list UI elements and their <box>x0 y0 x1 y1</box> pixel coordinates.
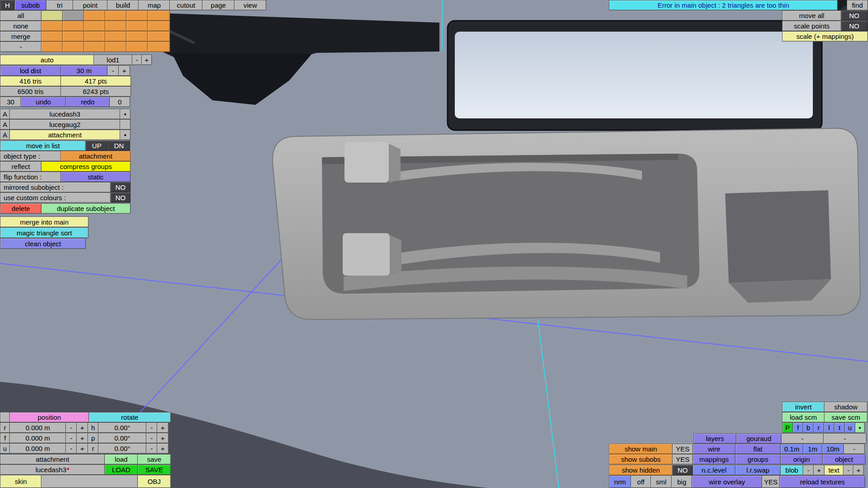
menu-h[interactable]: H <box>0 0 15 10</box>
groups-button[interactable]: groups <box>735 454 781 465</box>
palette-cell[interactable] <box>62 42 84 52</box>
palette-cell[interactable] <box>41 42 63 52</box>
gouraud-button[interactable]: gouraud <box>736 433 782 444</box>
menu-subob[interactable]: subob <box>14 0 47 10</box>
save-scm-button[interactable]: save scm <box>824 412 868 422</box>
load-button[interactable]: load <box>104 454 138 465</box>
view-f-button[interactable]: f <box>793 422 803 433</box>
nrm-off-button[interactable]: off <box>631 475 651 488</box>
save-button[interactable]: save <box>137 454 171 465</box>
grid-10m-button[interactable]: 10m <box>822 444 844 454</box>
blob-button[interactable]: blob <box>780 465 803 475</box>
palette-cell[interactable] <box>105 31 127 42</box>
plus-button[interactable]: + <box>76 443 88 454</box>
reload-textures-button[interactable]: reload textures <box>779 475 865 488</box>
lr-swap-button[interactable]: l.r.swap <box>735 465 781 475</box>
select-none-button[interactable]: none <box>0 21 42 31</box>
save-file-button[interactable]: SAVE <box>137 465 171 475</box>
palette-cell[interactable] <box>126 10 148 21</box>
minus-button[interactable]: - <box>781 433 824 444</box>
load-scm-button[interactable]: load scm <box>782 412 825 422</box>
nrm-big-button[interactable]: big <box>671 475 692 488</box>
magic-triangle-sort-button[interactable]: magic triangle sort <box>0 227 89 238</box>
menu-point[interactable]: point <box>73 0 108 10</box>
nrm-sml-button[interactable]: sml <box>651 475 672 488</box>
invert-button[interactable]: invert <box>782 402 825 412</box>
layers-button[interactable]: layers <box>693 433 736 444</box>
clean-object-button[interactable]: clean object <box>0 238 86 249</box>
lod1-button[interactable]: lod1 <box>94 55 132 65</box>
show-subobs-toggle[interactable]: YES <box>672 454 693 465</box>
delete-button[interactable]: delete <box>0 203 42 214</box>
palette-cell[interactable] <box>62 10 84 21</box>
subobject-item-selected[interactable]: attachment <box>9 130 120 140</box>
view-l-button[interactable]: l <box>824 422 835 433</box>
palette-cell[interactable] <box>62 21 84 31</box>
minus-button[interactable]: - <box>803 465 814 475</box>
minus-button[interactable]: - <box>66 433 77 443</box>
view-r-button[interactable]: r <box>813 422 824 433</box>
active-toggle[interactable]: A <box>0 130 10 140</box>
position-f-value[interactable]: 0.000 m <box>9 433 66 443</box>
minus-button[interactable]: - <box>146 433 157 443</box>
position-u-value[interactable]: 0.000 m <box>9 443 66 454</box>
lod-dist-value[interactable]: 30 m <box>61 66 108 76</box>
palette-cell[interactable] <box>147 42 170 52</box>
move-down-button[interactable]: DN <box>108 141 130 151</box>
load-file-button[interactable]: LOAD <box>104 465 138 475</box>
active-toggle[interactable]: A <box>0 119 10 130</box>
palette-cell[interactable] <box>126 42 148 52</box>
origin-button[interactable]: origin <box>780 454 823 465</box>
undo-button[interactable]: undo <box>21 97 66 107</box>
flip-function-value[interactable]: static <box>61 172 131 182</box>
move-all-toggle[interactable]: NO <box>841 10 868 21</box>
plus-button[interactable]: + <box>76 433 88 443</box>
minus-button[interactable]: - <box>66 443 77 454</box>
plus-button[interactable]: + <box>157 422 169 433</box>
minus-button[interactable]: - <box>843 465 854 475</box>
object-button[interactable]: object <box>822 454 866 465</box>
rotate-h-value[interactable]: 0.00° <box>98 422 146 433</box>
duplicate-subobject-button[interactable]: duplicate subobject <box>41 203 131 214</box>
palette-cell[interactable] <box>41 31 63 42</box>
subobject-item[interactable]: lucedash3 <box>9 109 120 119</box>
select-all-button[interactable]: all <box>0 10 42 21</box>
obj-export-button[interactable]: OBJ <box>137 475 171 488</box>
plus-button[interactable]: + <box>157 433 169 443</box>
compress-groups-button[interactable]: compress groups <box>41 161 131 172</box>
view-dot-button[interactable]: • <box>855 422 865 433</box>
palette-cell[interactable] <box>105 10 127 21</box>
merge-button[interactable]: merge <box>0 31 42 42</box>
palette-cell[interactable] <box>105 21 127 31</box>
subobject-item[interactable]: lucegaug2 <box>9 119 120 130</box>
rotate-p-value[interactable]: 0.00° <box>98 433 146 443</box>
view-u-button[interactable]: u <box>844 422 855 433</box>
plus-button[interactable]: + <box>118 66 130 76</box>
mappings-button[interactable]: mappings <box>693 454 736 465</box>
rotate-r-value[interactable]: 0.00° <box>98 443 146 454</box>
menu-build[interactable]: build <box>107 0 139 10</box>
menu-view[interactable]: view <box>234 0 266 10</box>
minus-row-button[interactable]: - <box>0 42 42 52</box>
minus-button[interactable]: - <box>132 55 142 65</box>
text-button[interactable]: text <box>824 465 844 475</box>
wire-overlay-toggle[interactable]: YES <box>762 475 780 488</box>
palette-cell[interactable] <box>41 10 63 21</box>
wire-overlay-button[interactable]: wire overlay <box>692 475 762 488</box>
scale-points-toggle[interactable]: NO <box>841 21 868 31</box>
merge-into-main-button[interactable]: merge into main <box>0 216 89 227</box>
menu-page[interactable]: page <box>202 0 235 10</box>
palette-cell[interactable] <box>84 21 105 31</box>
show-hidden-toggle[interactable]: NO <box>672 465 693 475</box>
minus-button[interactable]: - <box>66 422 77 433</box>
custom-colours-toggle[interactable]: NO <box>110 192 131 203</box>
palette-cell[interactable] <box>84 42 105 52</box>
find-button[interactable]: find <box>847 0 868 10</box>
palette-cell[interactable] <box>41 21 63 31</box>
active-toggle[interactable]: A <box>0 109 10 119</box>
view-t-button[interactable]: t <box>834 422 845 433</box>
shadow-button[interactable]: shadow <box>824 402 868 412</box>
wire-button[interactable]: wire <box>693 444 736 454</box>
palette-cell[interactable] <box>62 31 84 42</box>
menu-cutout[interactable]: cutout <box>170 0 203 10</box>
